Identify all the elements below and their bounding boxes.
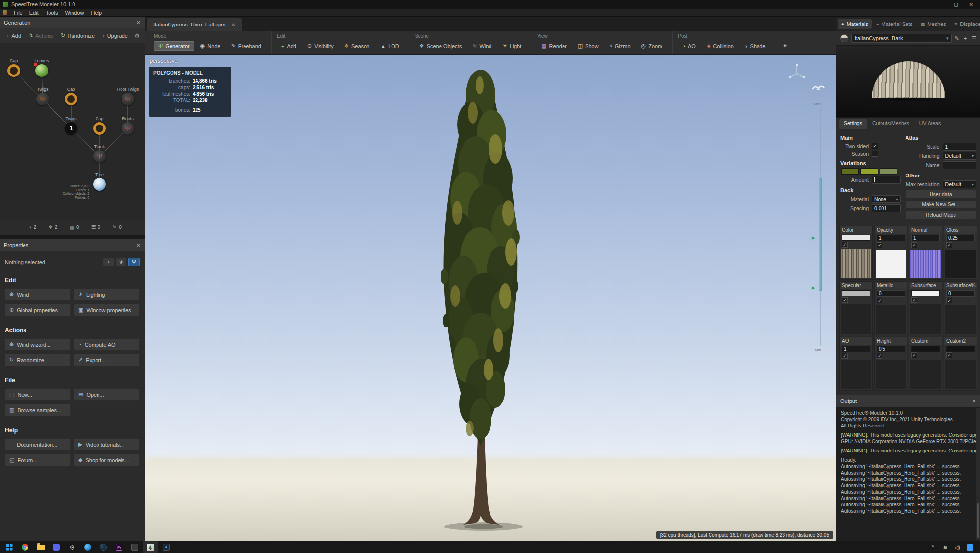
open-button[interactable]: ▤Open... <box>74 388 140 401</box>
lighting-button[interactable]: ☀Lighting <box>74 288 140 301</box>
subtab-cutouts-meshes[interactable]: Cutouts/Meshes <box>868 119 914 129</box>
window-properties-button[interactable]: ▣Window properties <box>74 304 140 316</box>
freehand-button[interactable]: ✎Freehand <box>227 41 266 51</box>
node-button[interactable]: ◉Node <box>196 41 225 51</box>
material-menu-icon[interactable]: ☰ <box>971 35 976 42</box>
texture-slot-thumbnail[interactable] <box>876 305 906 334</box>
generator-button[interactable]: ΨGenerator <box>154 41 194 51</box>
graph-node-twigs[interactable]: 1 <box>65 122 77 135</box>
graph-node-root-twigs[interactable]: Ψ <box>122 93 134 105</box>
texture-slot-thumbnail[interactable] <box>876 360 906 389</box>
texture-slot-value-field[interactable]: 1 <box>877 235 905 241</box>
wind-wizard-button[interactable]: ❋Wind wizard... <box>5 338 71 351</box>
output-log[interactable]: SpeedTree® Modeler 10.1.0Copyright © 200… <box>836 407 980 541</box>
tab-displacements[interactable]: ≋Displacements <box>951 19 980 29</box>
texture-slot-thumbnail[interactable] <box>876 250 906 278</box>
settings[interactable]: ⚙ <box>65 541 79 553</box>
add-material-icon[interactable]: + <box>964 35 967 42</box>
texture-slot-thumbnail[interactable] <box>910 304 941 334</box>
texture-slot-checkbox[interactable]: ✓ <box>842 242 848 248</box>
tab-material-sets[interactable]: ◒Material Sets <box>873 19 916 29</box>
texture-slot-checkbox[interactable]: ✓ <box>877 353 882 359</box>
chrome[interactable] <box>18 541 32 553</box>
actions-button[interactable]: ↯Actions <box>25 31 56 40</box>
texture-slot-value-field[interactable]: 0.5 <box>877 346 905 352</box>
video-tutorials-button[interactable]: ▶Video tutorials... <box>74 438 140 451</box>
texture-slot-value-field[interactable]: 0 <box>946 290 975 297</box>
back-material-dropdown[interactable]: None <box>872 195 901 203</box>
document-tab-close-icon[interactable]: ✕ <box>231 22 235 27</box>
menu-tools[interactable]: Tools <box>42 10 62 16</box>
visibility-button[interactable]: ⊙Visibility <box>303 41 338 51</box>
zoom-button[interactable]: ◎Zoom <box>637 41 667 51</box>
texture-slot-thumbnail[interactable] <box>945 305 976 334</box>
premiere[interactable]: Pr <box>112 541 126 553</box>
texture-slot-checkbox[interactable]: ✓ <box>911 352 917 358</box>
render-button[interactable]: ▦Render <box>537 41 571 51</box>
subtab-settings[interactable]: Settings <box>839 119 867 129</box>
edge-browser[interactable] <box>80 541 95 553</box>
scene-objects-button[interactable]: ❖Scene Objects <box>415 41 466 51</box>
slider-arrow-upper-icon[interactable]: ▶ <box>812 235 815 240</box>
texture-slot-color-swatch[interactable] <box>911 290 940 296</box>
file-explorer[interactable] <box>33 541 48 553</box>
variation-swatch-3[interactable] <box>880 168 897 175</box>
max-resolution-dropdown[interactable]: Default <box>943 180 976 188</box>
document-tab[interactable]: ItalianCypress_Hero_Fall.spm ✕ <box>147 18 242 31</box>
graph-node-cap[interactable] <box>93 122 106 135</box>
shop-for-models-button[interactable]: ◆Shop for models... <box>74 454 140 466</box>
variation-swatch-1[interactable] <box>841 168 859 175</box>
texture-slot-checkbox[interactable]: ✓ <box>946 242 952 248</box>
axis-gizmo-icon[interactable] <box>786 63 808 84</box>
graph-node-roots[interactable]: Ψ <box>122 122 134 135</box>
amount-field[interactable] <box>872 176 901 184</box>
documentation-button[interactable]: ≣Documentation... <box>5 438 71 451</box>
global-properties-button[interactable]: ⊕Global properties <box>5 304 71 316</box>
volume-icon[interactable]: ◁) <box>952 541 963 553</box>
shade-button[interactable]: ◑Shade <box>740 41 770 51</box>
output-close-icon[interactable]: ✕ <box>972 398 976 404</box>
scale-field[interactable]: 1 <box>943 143 976 151</box>
tab-materials[interactable]: ●Materials <box>838 19 872 29</box>
texture-slot-checkbox[interactable]: ✓ <box>842 353 848 359</box>
texture-slot-color-swatch[interactable] <box>911 346 940 352</box>
gizmo-button[interactable]: ⌖Gizmo <box>605 41 635 51</box>
toggle-leaf[interactable]: ❀ <box>116 258 127 266</box>
texture-slot-value-field[interactable]: 1 <box>911 235 940 241</box>
texture-slot-checkbox[interactable]: ✓ <box>946 352 952 358</box>
two-sided-checkbox[interactable]: ✓ <box>872 143 878 149</box>
ao-button[interactable]: ◔AO <box>678 41 700 51</box>
new-button[interactable]: ▢New... <box>5 388 71 401</box>
handling-dropdown[interactable]: Default <box>943 152 976 160</box>
texture-slot-value-field[interactable]: 1 <box>842 346 870 352</box>
notifications-icon[interactable] <box>964 541 975 553</box>
graph-node-trunk[interactable]: Ψ <box>93 150 106 163</box>
bird-widget-icon[interactable] <box>811 83 825 93</box>
discord[interactable] <box>49 541 64 553</box>
network-icon[interactable]: ≋ <box>940 541 951 553</box>
wind-button[interactable]: ≋Wind <box>468 41 496 51</box>
compute-ao-button[interactable]: ◔Compute AO <box>74 338 140 351</box>
lod-range-slider[interactable]: Max ▶ ▶ Min <box>816 102 824 352</box>
texture-slot-checkbox[interactable]: ✓ <box>946 298 952 303</box>
generation-settings-gear-icon[interactable]: ⚙ <box>134 32 142 39</box>
make-new-set-button[interactable]: Make New Set... <box>906 200 976 209</box>
menu-file[interactable]: File <box>10 10 26 16</box>
texture-slot-color-swatch[interactable] <box>946 346 975 352</box>
toggle-branch[interactable]: Ψ <box>128 258 140 266</box>
name-field[interactable] <box>943 161 976 169</box>
tray-expand-icon[interactable]: ^ <box>928 541 938 553</box>
texture-slot-value-field[interactable]: 0 <box>877 290 905 297</box>
light-button[interactable]: ☀Light <box>498 41 526 51</box>
material-preview[interactable] <box>836 45 980 118</box>
minimize-button[interactable]: — <box>938 2 943 7</box>
forum-button[interactable]: ◱Forum... <box>5 454 71 466</box>
slider-range-handle[interactable] <box>819 178 822 291</box>
lod-button[interactable]: ▲LOD <box>376 41 404 51</box>
texture-slot-thumbnail[interactable] <box>945 250 976 278</box>
texture-slot-checkbox[interactable]: ✓ <box>911 242 917 248</box>
texture-slot-checkbox[interactable]: ✓ <box>842 297 848 303</box>
subtab-uv-areas[interactable]: UV Areas <box>915 119 945 129</box>
utility-app[interactable] <box>127 541 142 553</box>
slider-arrow-lower-icon[interactable]: ▶ <box>812 285 815 290</box>
